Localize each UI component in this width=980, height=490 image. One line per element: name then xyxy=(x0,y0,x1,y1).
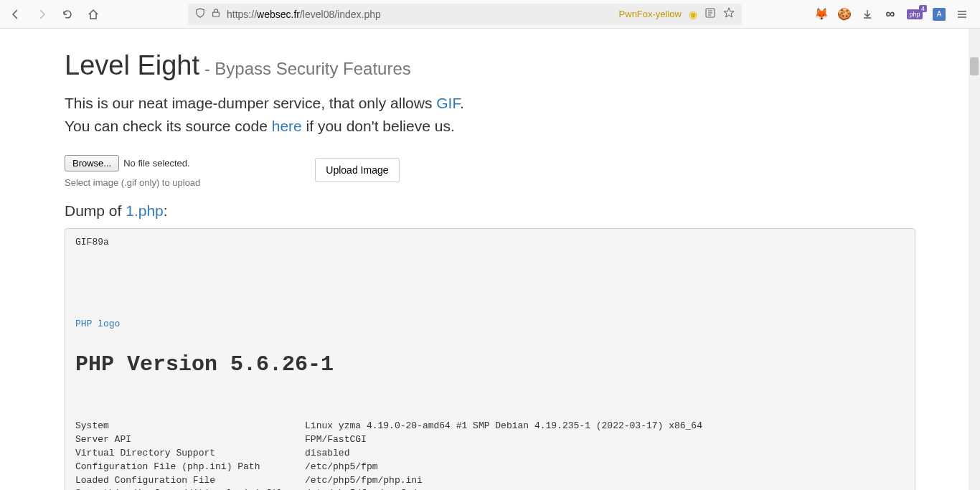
phpinfo-key: Scan this dir for additional .ini files xyxy=(75,487,305,490)
extension-icons: 🦊 🍪 ∞ php 4 A xyxy=(815,8,974,21)
foxyproxy-icon[interactable]: 🦊 xyxy=(815,8,828,21)
php-ext-icon[interactable]: php 4 xyxy=(907,9,923,19)
lock-icon xyxy=(211,8,221,20)
source-link[interactable]: here xyxy=(272,118,302,134)
php-logo-link[interactable]: PHP logo xyxy=(75,318,905,331)
download-icon[interactable] xyxy=(861,8,874,21)
shield-icon xyxy=(195,8,205,20)
reload-button[interactable] xyxy=(57,4,77,24)
url-bar[interactable]: https://websec.fr/level08/index.php PwnF… xyxy=(188,4,742,25)
php-badge: 4 xyxy=(919,5,927,12)
phpinfo-key: Virtual Directory Support xyxy=(75,447,305,461)
scrollbar-track[interactable] xyxy=(969,29,980,490)
svg-rect-0 xyxy=(213,12,220,17)
cookie-icon[interactable]: 🍪 xyxy=(838,8,851,21)
page-title: Level Eight - Bypass Security Features xyxy=(65,50,915,81)
reader-icon[interactable] xyxy=(705,7,716,21)
php-version-heading: PHP Version 5.6.26-1 xyxy=(75,349,905,381)
phpinfo-value: disabled xyxy=(305,447,708,461)
phpinfo-value: Linux yzma 4.19.0-20-amd64 #1 SMP Debian… xyxy=(305,420,708,433)
dump-output: GIF89a PHP logo PHP Version 5.6.26-1 Sys… xyxy=(65,228,915,490)
upload-form: Browse... No file selected. Select image… xyxy=(65,155,915,188)
file-status: No file selected. xyxy=(123,158,190,169)
gif-link[interactable]: GIF xyxy=(436,95,460,111)
phpinfo-value: /etc/php5/fpm xyxy=(305,461,708,474)
lead-text: This is our neat image-dumper service, t… xyxy=(65,92,915,137)
content-area: Level Eight - Bypass Security Features T… xyxy=(0,29,980,490)
dump-title: Dump of 1.php: xyxy=(65,202,915,220)
phpinfo-value: /etc/php5/fpm/conf.d xyxy=(305,487,708,490)
phpinfo-row: Scan this dir for additional .ini files … xyxy=(75,487,708,490)
file-help-text: Select image (.gif only) to upload xyxy=(65,177,200,188)
hamburger-menu-icon[interactable] xyxy=(956,8,969,21)
phpinfo-value: FPM/FastCGI xyxy=(305,433,708,447)
infinity-icon[interactable]: ∞ xyxy=(884,8,897,21)
phpinfo-row: Loaded Configuration File /etc/php5/fpm/… xyxy=(75,474,708,488)
phpinfo-row: Server API FPM/FastCGI xyxy=(75,433,708,447)
forward-button[interactable] xyxy=(32,4,52,24)
dump-file-link[interactable]: 1.php xyxy=(126,202,164,219)
browse-button[interactable]: Browse... xyxy=(65,155,119,171)
phpinfo-row: Virtual Directory Support disabled xyxy=(75,447,708,461)
bookmark-star-icon[interactable] xyxy=(723,7,735,21)
home-button[interactable] xyxy=(83,4,103,24)
phpinfo-row: System Linux yzma 4.19.0-20-amd64 #1 SMP… xyxy=(75,420,708,433)
phpinfo-key: System xyxy=(75,420,305,433)
phpinfo-row: Configuration File (php.ini) Path /etc/p… xyxy=(75,461,708,474)
phpinfo-key: Loaded Configuration File xyxy=(75,474,305,488)
phpinfo-key: Server API xyxy=(75,433,305,447)
phpinfo-table: System Linux yzma 4.19.0-20-amd64 #1 SMP… xyxy=(75,420,708,490)
phpinfo-key: Configuration File (php.ini) Path xyxy=(75,461,305,474)
pwnfox-label[interactable]: PwnFox-yellow xyxy=(619,9,682,19)
scrollbar-thumb[interactable] xyxy=(970,57,979,75)
translate-icon[interactable]: A xyxy=(933,8,946,21)
back-button[interactable] xyxy=(6,4,26,24)
upload-button[interactable]: Upload Image xyxy=(315,158,399,182)
phpinfo-value: /etc/php5/fpm/php.ini xyxy=(305,474,708,488)
gif-header: GIF89a xyxy=(75,237,109,248)
pwnfox-icon[interactable]: ◉ xyxy=(689,9,697,20)
url-text: https://websec.fr/level08/index.php xyxy=(227,9,619,20)
browser-toolbar: https://websec.fr/level08/index.php PwnF… xyxy=(0,0,980,29)
